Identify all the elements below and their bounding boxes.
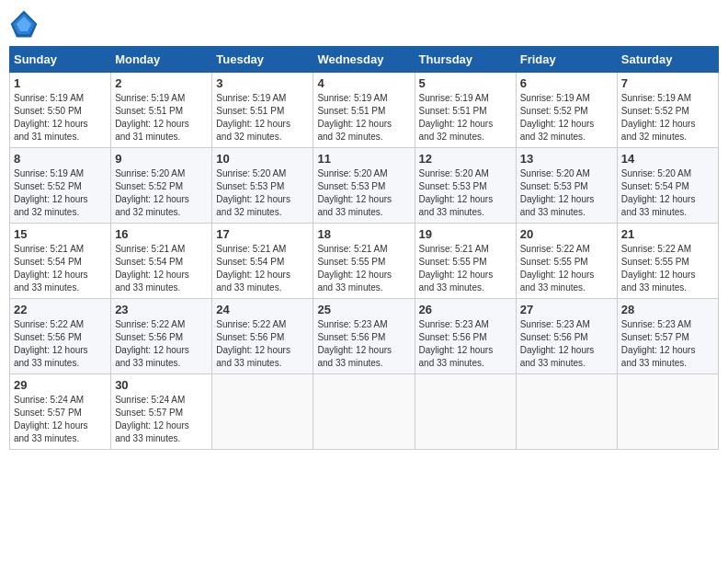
calendar-cell: 11Sunrise: 5:20 AM Sunset: 5:53 PM Dayli… [313, 148, 415, 224]
day-number: 3 [216, 76, 309, 90]
calendar-week-5: 29Sunrise: 5:24 AM Sunset: 5:57 PM Dayli… [10, 374, 719, 450]
calendar-cell: 3Sunrise: 5:19 AM Sunset: 5:51 PM Daylig… [212, 73, 313, 148]
day-info: Sunrise: 5:23 AM Sunset: 5:56 PM Dayligh… [419, 318, 512, 370]
day-info: Sunrise: 5:20 AM Sunset: 5:53 PM Dayligh… [520, 167, 613, 219]
header-friday: Friday [516, 47, 617, 73]
calendar-cell: 7Sunrise: 5:19 AM Sunset: 5:52 PM Daylig… [617, 73, 718, 148]
day-info: Sunrise: 5:22 AM Sunset: 5:56 PM Dayligh… [14, 318, 107, 370]
header-sunday: Sunday [10, 47, 111, 73]
day-number: 20 [520, 227, 613, 241]
header [9, 9, 719, 39]
calendar-cell: 2Sunrise: 5:19 AM Sunset: 5:51 PM Daylig… [111, 73, 212, 148]
day-number: 17 [216, 227, 309, 241]
day-number: 13 [520, 152, 613, 166]
calendar-cell: 30Sunrise: 5:24 AM Sunset: 5:57 PM Dayli… [111, 374, 212, 450]
calendar-cell: 29Sunrise: 5:24 AM Sunset: 5:57 PM Dayli… [10, 374, 111, 450]
day-number: 11 [317, 152, 410, 166]
day-info: Sunrise: 5:24 AM Sunset: 5:57 PM Dayligh… [14, 394, 107, 445]
day-info: Sunrise: 5:19 AM Sunset: 5:51 PM Dayligh… [419, 92, 512, 144]
day-info: Sunrise: 5:23 AM Sunset: 5:57 PM Dayligh… [621, 318, 714, 370]
day-info: Sunrise: 5:20 AM Sunset: 5:52 PM Dayligh… [115, 167, 208, 219]
calendar-header-row: SundayMondayTuesdayWednesdayThursdayFrid… [10, 47, 719, 73]
day-info: Sunrise: 5:19 AM Sunset: 5:52 PM Dayligh… [520, 92, 613, 144]
day-info: Sunrise: 5:23 AM Sunset: 5:56 PM Dayligh… [317, 318, 410, 370]
day-info: Sunrise: 5:20 AM Sunset: 5:54 PM Dayligh… [621, 167, 714, 219]
calendar-cell: 1Sunrise: 5:19 AM Sunset: 5:50 PM Daylig… [10, 73, 111, 148]
day-number: 6 [520, 76, 613, 90]
header-monday: Monday [111, 47, 212, 73]
calendar-cell: 22Sunrise: 5:22 AM Sunset: 5:56 PM Dayli… [10, 299, 111, 374]
calendar-cell: 27Sunrise: 5:23 AM Sunset: 5:56 PM Dayli… [516, 299, 617, 374]
logo [9, 9, 42, 39]
day-number: 18 [317, 227, 410, 241]
day-info: Sunrise: 5:19 AM Sunset: 5:52 PM Dayligh… [14, 167, 107, 219]
day-number: 23 [115, 303, 208, 316]
day-number: 19 [419, 227, 512, 241]
day-number: 15 [14, 227, 107, 241]
day-number: 5 [419, 76, 512, 90]
day-info: Sunrise: 5:22 AM Sunset: 5:55 PM Dayligh… [621, 243, 714, 294]
day-number: 16 [115, 227, 208, 241]
day-number: 8 [14, 152, 107, 166]
calendar-cell: 25Sunrise: 5:23 AM Sunset: 5:56 PM Dayli… [313, 299, 415, 374]
day-info: Sunrise: 5:19 AM Sunset: 5:50 PM Dayligh… [14, 92, 107, 144]
calendar-cell: 18Sunrise: 5:21 AM Sunset: 5:55 PM Dayli… [313, 224, 415, 299]
day-info: Sunrise: 5:21 AM Sunset: 5:54 PM Dayligh… [14, 243, 107, 294]
calendar-cell: 9Sunrise: 5:20 AM Sunset: 5:52 PM Daylig… [111, 148, 212, 224]
day-number: 10 [216, 152, 309, 166]
day-info: Sunrise: 5:20 AM Sunset: 5:53 PM Dayligh… [216, 167, 309, 219]
calendar-cell: 23Sunrise: 5:22 AM Sunset: 5:56 PM Dayli… [111, 299, 212, 374]
calendar-cell [313, 374, 415, 450]
calendar-cell: 13Sunrise: 5:20 AM Sunset: 5:53 PM Dayli… [516, 148, 617, 224]
day-number: 29 [14, 378, 107, 392]
calendar-cell [212, 374, 313, 450]
header-saturday: Saturday [617, 47, 718, 73]
day-number: 9 [115, 152, 208, 166]
calendar-cell: 15Sunrise: 5:21 AM Sunset: 5:54 PM Dayli… [10, 224, 111, 299]
calendar-cell: 21Sunrise: 5:22 AM Sunset: 5:55 PM Dayli… [617, 224, 718, 299]
day-info: Sunrise: 5:22 AM Sunset: 5:55 PM Dayligh… [520, 243, 613, 294]
day-info: Sunrise: 5:19 AM Sunset: 5:51 PM Dayligh… [216, 92, 309, 144]
day-number: 4 [317, 76, 410, 90]
day-info: Sunrise: 5:21 AM Sunset: 5:55 PM Dayligh… [317, 243, 410, 294]
calendar-cell: 17Sunrise: 5:21 AM Sunset: 5:54 PM Dayli… [212, 224, 313, 299]
calendar-cell: 6Sunrise: 5:19 AM Sunset: 5:52 PM Daylig… [516, 73, 617, 148]
calendar-cell: 5Sunrise: 5:19 AM Sunset: 5:51 PM Daylig… [415, 73, 516, 148]
day-number: 25 [317, 303, 410, 316]
calendar-cell: 10Sunrise: 5:20 AM Sunset: 5:53 PM Dayli… [212, 148, 313, 224]
calendar-cell: 24Sunrise: 5:22 AM Sunset: 5:56 PM Dayli… [212, 299, 313, 374]
calendar-cell: 16Sunrise: 5:21 AM Sunset: 5:54 PM Dayli… [111, 224, 212, 299]
calendar-cell: 19Sunrise: 5:21 AM Sunset: 5:55 PM Dayli… [415, 224, 516, 299]
day-number: 2 [115, 76, 208, 90]
calendar-week-4: 22Sunrise: 5:22 AM Sunset: 5:56 PM Dayli… [10, 299, 719, 374]
calendar-week-3: 15Sunrise: 5:21 AM Sunset: 5:54 PM Dayli… [10, 224, 719, 299]
calendar-table: SundayMondayTuesdayWednesdayThursdayFrid… [9, 46, 719, 450]
day-info: Sunrise: 5:19 AM Sunset: 5:51 PM Dayligh… [317, 92, 410, 144]
calendar-cell [516, 374, 617, 450]
day-number: 21 [621, 227, 714, 241]
day-info: Sunrise: 5:20 AM Sunset: 5:53 PM Dayligh… [317, 167, 410, 219]
day-info: Sunrise: 5:19 AM Sunset: 5:51 PM Dayligh… [115, 92, 208, 144]
header-wednesday: Wednesday [313, 47, 415, 73]
calendar-cell [415, 374, 516, 450]
calendar-cell: 8Sunrise: 5:19 AM Sunset: 5:52 PM Daylig… [10, 148, 111, 224]
day-info: Sunrise: 5:22 AM Sunset: 5:56 PM Dayligh… [216, 318, 309, 370]
day-number: 30 [115, 378, 208, 392]
day-info: Sunrise: 5:24 AM Sunset: 5:57 PM Dayligh… [115, 394, 208, 445]
day-info: Sunrise: 5:21 AM Sunset: 5:54 PM Dayligh… [216, 243, 309, 294]
day-number: 7 [621, 76, 714, 90]
day-info: Sunrise: 5:19 AM Sunset: 5:52 PM Dayligh… [621, 92, 714, 144]
header-tuesday: Tuesday [212, 47, 313, 73]
calendar-cell: 12Sunrise: 5:20 AM Sunset: 5:53 PM Dayli… [415, 148, 516, 224]
day-info: Sunrise: 5:23 AM Sunset: 5:56 PM Dayligh… [520, 318, 613, 370]
calendar-cell: 14Sunrise: 5:20 AM Sunset: 5:54 PM Dayli… [617, 148, 718, 224]
logo-icon [9, 9, 39, 39]
day-number: 27 [520, 303, 613, 316]
day-info: Sunrise: 5:22 AM Sunset: 5:56 PM Dayligh… [115, 318, 208, 370]
calendar-cell: 26Sunrise: 5:23 AM Sunset: 5:56 PM Dayli… [415, 299, 516, 374]
calendar-cell: 28Sunrise: 5:23 AM Sunset: 5:57 PM Dayli… [617, 299, 718, 374]
day-number: 14 [621, 152, 714, 166]
day-number: 22 [14, 303, 107, 316]
day-number: 1 [14, 76, 107, 90]
day-number: 24 [216, 303, 309, 316]
